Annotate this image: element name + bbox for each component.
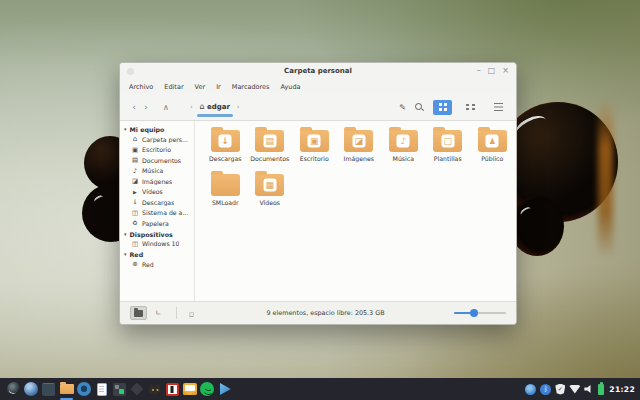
spotify-icon [200, 382, 214, 396]
file-escritorio[interactable]: Escritorio [292, 127, 337, 171]
sidebar-item-sistema-de-a[interactable]: Sistema de a... [120, 208, 194, 219]
file-m-sica[interactable]: Música [381, 127, 426, 171]
wifi-icon[interactable] [569, 385, 580, 394]
update-icon[interactable] [525, 384, 536, 395]
forward-button[interactable]: › [140, 102, 152, 112]
sidebar-section-dispositivos[interactable]: ▾Dispositivos [120, 229, 194, 239]
text-editor-launcher[interactable] [94, 382, 109, 397]
browser-icon [24, 382, 38, 396]
window-content: ▾Mi equipoCarpeta pers...EscritorioDocum… [120, 121, 516, 301]
media-player-launcher[interactable] [77, 382, 92, 397]
folder-icon [389, 130, 418, 152]
menu-ayuda[interactable]: Ayuda [280, 83, 300, 91]
sidebar-item-documentos[interactable]: Documentos [120, 155, 194, 166]
folder-icon [300, 130, 329, 152]
sidebar-item-red[interactable]: Red [120, 259, 194, 270]
battery-icon[interactable] [598, 384, 604, 395]
red-app-launcher[interactable] [165, 382, 180, 397]
toolbar: ‹ › ∧ ‹ ⌂ edgar › ✎ [120, 94, 516, 121]
clock: 21:22 [609, 385, 635, 394]
file-name: Música [393, 155, 414, 162]
sidebar-item-v-deos[interactable]: Vídeos [120, 187, 194, 198]
file-documentos[interactable]: Documentos [248, 127, 293, 171]
zoom-slider-knob[interactable] [470, 309, 478, 317]
file-v-deos[interactable]: Vídeos [248, 171, 293, 215]
location-entry-icon[interactable]: ✎ [399, 103, 406, 112]
bluetooth-icon[interactable] [540, 384, 551, 395]
taskbar-apps [5, 382, 234, 397]
toggle-hidden-button[interactable]: ◻ [183, 306, 200, 320]
breadcrumb-scroll-right[interactable]: › [233, 103, 244, 111]
file-manager-window: Carpeta personal –□× ArchivoEditarVerIrM… [119, 62, 517, 325]
close-button[interactable]: × [502, 67, 509, 75]
file-name: SMLoadr [212, 199, 239, 206]
menu-ver[interactable]: Ver [195, 83, 206, 91]
sidebar-item-papelera[interactable]: Papelera [120, 218, 194, 229]
sidebar-item-windows-10[interactable]: Windows 10 [120, 239, 194, 250]
terminal-launcher[interactable] [41, 382, 56, 397]
window-controls: –□× [477, 67, 516, 75]
sidebar-item-escritorio[interactable]: Escritorio [120, 145, 194, 156]
inkscape-launcher[interactable] [129, 382, 144, 397]
zoom-slider[interactable] [454, 312, 506, 314]
sidebar-item-label: Imágenes [142, 178, 172, 185]
desktop-icon [131, 147, 139, 154]
compact-view-button[interactable] [461, 100, 480, 115]
file-p-blico[interactable]: Público [470, 127, 515, 171]
sidebar-item-descargas[interactable]: Descargas [120, 197, 194, 208]
gimp-launcher[interactable] [147, 382, 162, 397]
sidebar-item-label: Sistema de a... [142, 209, 188, 216]
taskbar: 21:22 [0, 378, 640, 400]
spotify-launcher[interactable] [200, 382, 215, 397]
menu-marcadores[interactable]: Marcadores [232, 83, 270, 91]
maximize-button[interactable]: □ [488, 67, 496, 75]
sidebar-section-mi-equipo[interactable]: ▾Mi equipo [120, 124, 194, 134]
titlebar[interactable]: Carpeta personal –□× [120, 63, 516, 79]
template-emblem-icon [441, 135, 454, 148]
back-button[interactable]: ‹ [128, 102, 140, 112]
breadcrumb-home-button[interactable]: ⌂ edgar [197, 101, 233, 113]
sidebar-item-im-genes[interactable]: Imágenes [120, 176, 194, 187]
search-icon[interactable] [415, 103, 424, 112]
file-name: Descargas [209, 155, 241, 162]
up-button[interactable]: ∧ [160, 103, 172, 112]
package-manager-launcher[interactable] [112, 382, 127, 397]
grid-view-button[interactable] [433, 100, 452, 115]
folder-icon [478, 130, 507, 152]
desktop: Carpeta personal –□× ArchivoEditarVerIrM… [0, 0, 640, 400]
mail-launcher[interactable] [182, 382, 197, 397]
menu-archivo[interactable]: Archivo [129, 83, 153, 91]
breadcrumb: ‹ ⌂ edgar › [186, 101, 244, 113]
file-name: Plantillas [434, 155, 462, 162]
menu-launcher[interactable] [6, 382, 21, 397]
toggle-places-button[interactable] [130, 306, 147, 320]
download-icon [131, 199, 139, 206]
browser-launcher[interactable] [24, 382, 39, 397]
red-app-icon [166, 383, 179, 396]
sidebar-item-carpeta-pers[interactable]: Carpeta pers... [120, 134, 194, 145]
list-view-button[interactable] [489, 100, 508, 115]
menu-ir[interactable]: Ir [216, 83, 221, 91]
breadcrumb-scroll-left[interactable]: ‹ [186, 103, 197, 111]
file-im-genes[interactable]: Imágenes [337, 127, 382, 171]
file-name: Escritorio [300, 155, 329, 162]
inkscape-icon [130, 383, 143, 396]
sidebar-section-red[interactable]: ▾Red [120, 249, 194, 259]
wallpaper-blob-right-small [510, 196, 564, 256]
file-smloadr[interactable]: SMLoadr [203, 171, 248, 215]
toolbar-right: ✎ [399, 100, 508, 115]
menu-icon [7, 382, 21, 396]
play-app-launcher[interactable] [217, 382, 232, 397]
sidebar-item-m-sica[interactable]: Música [120, 166, 194, 177]
file-plantillas[interactable]: Plantillas [426, 127, 471, 171]
shield-icon[interactable] [555, 384, 565, 395]
status-text: 9 elementos, espacio libre: 205.3 GB [203, 309, 448, 317]
file-manager-launcher[interactable] [59, 382, 74, 397]
filesystem-icon [131, 210, 139, 217]
minimize-button[interactable]: – [477, 67, 481, 75]
menu-editar[interactable]: Editar [164, 83, 183, 91]
volume-icon[interactable] [584, 385, 594, 394]
places-icon [134, 310, 143, 317]
file-descargas[interactable]: Descargas [203, 127, 248, 171]
toggle-treeview-button[interactable]: ∟ [150, 306, 167, 320]
